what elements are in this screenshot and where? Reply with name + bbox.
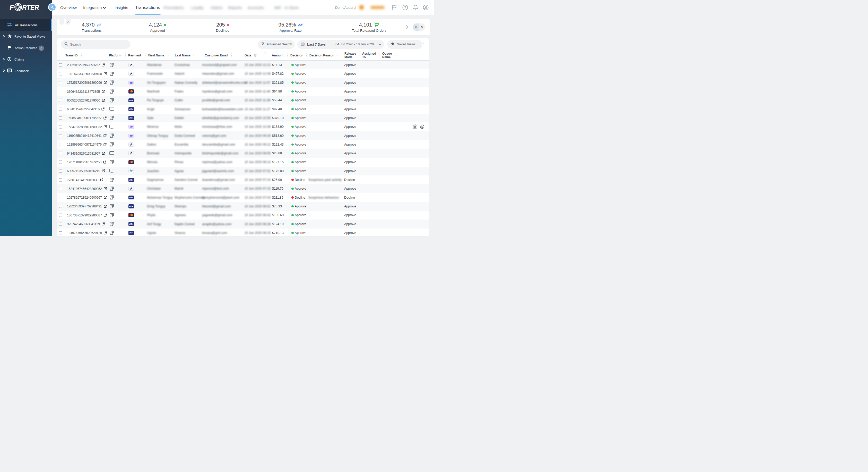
svg-text:RTER: RTER	[22, 3, 39, 11]
svg-text:F: F	[9, 3, 14, 11]
svg-text:?: ?	[404, 6, 406, 9]
svg-text:$: $	[9, 58, 10, 61]
svg-text:$: $	[422, 125, 423, 128]
